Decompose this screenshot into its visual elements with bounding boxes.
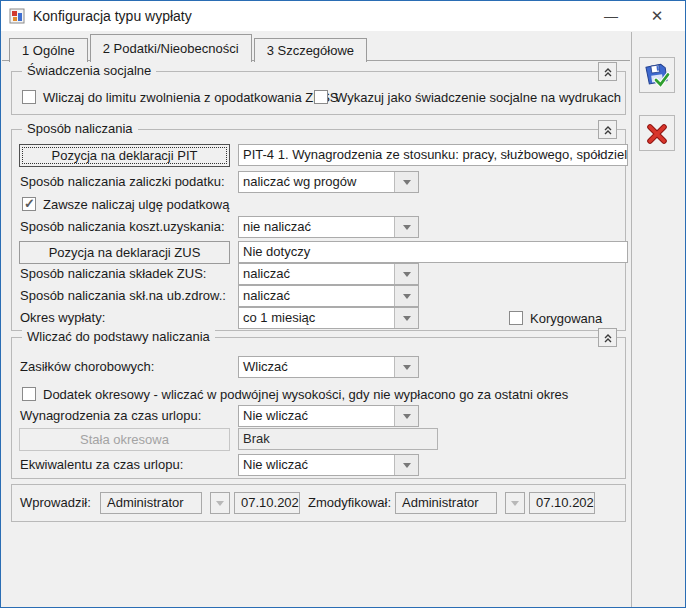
checkbox-label: Korygowana: [530, 311, 602, 326]
pozycja-zus-value[interactable]: Nie dotyczy: [238, 241, 628, 263]
close-button[interactable]: ✕: [637, 1, 677, 30]
dropdown-arrow-icon: [403, 316, 411, 321]
zmodyfikowal-label: Zmodyfikował:: [308, 492, 391, 514]
checkbox-box[interactable]: [509, 311, 523, 325]
tab-podatki-nieobecnosci[interactable]: 2 Podatki/Nieobecności: [90, 34, 252, 62]
dialog-window: Konfiguracja typu wypłaty — ✕ 1 Ogólne 2…: [0, 0, 686, 608]
combo-dropdown-button[interactable]: [394, 357, 418, 377]
group-swiadczenia-socjalne: Świadczenia socjalne Wliczaj do limitu z…: [11, 71, 626, 115]
checkbox-label: Wliczaj do limitu zwolnienia z opodatkow…: [43, 90, 339, 105]
collapse-button[interactable]: [598, 328, 617, 347]
checkbox-label: Wykazuj jako świadczenie socjalne na wyd…: [335, 90, 621, 105]
group-title: Sposób naliczania: [22, 121, 138, 136]
koszt-combobox[interactable]: nie naliczać: [238, 216, 419, 238]
dropdown-arrow-icon: [511, 501, 519, 506]
checkbox-box[interactable]: [22, 387, 36, 401]
skladki-combobox[interactable]: naliczać: [238, 263, 419, 285]
wprowadzil-label: Wprowadził:: [20, 492, 91, 514]
wprowadzil-date-field: 07.10.2021: [234, 492, 300, 514]
checkbox-korygowana[interactable]: Korygowana: [509, 310, 602, 326]
titlebar: Konfiguracja typu wypłaty — ✕: [1, 1, 685, 31]
zasilki-combobox[interactable]: Wliczać: [238, 356, 419, 378]
group-sposob-naliczania: Sposób naliczania Pozycja na deklaracji …: [11, 129, 626, 331]
pozycja-pit-value[interactable]: PIT-4 1. Wynagrodzenia ze stosunku: prac…: [238, 144, 628, 166]
dropdown-arrow-icon: [403, 463, 411, 468]
skladki-label: Sposób naliczania składek ZUS:: [20, 263, 206, 285]
collapse-button[interactable]: [598, 62, 617, 81]
cancel-button[interactable]: [639, 115, 675, 151]
zmodyfikowal-date-field: 07.10.2021: [529, 492, 595, 514]
dropdown-arrow-icon: [403, 272, 411, 277]
combo-dropdown-button[interactable]: [394, 172, 418, 192]
ekwiwalent-combobox[interactable]: Nie wliczać: [238, 454, 419, 476]
zasilki-label: Zasiłków chorobowych:: [20, 356, 154, 378]
dropdown-arrow-icon: [403, 180, 411, 185]
audit-panel: Wprowadził: Administrator 07.10.2021 Zmo…: [11, 484, 626, 522]
stala-okresowa-button: Stała okresowa: [19, 428, 230, 451]
checkbox-ulga[interactable]: Zawsze naliczaj ulgę podatkową: [22, 196, 229, 212]
zmodyfikowal-dropdown-button[interactable]: [505, 492, 525, 514]
checkbox-box[interactable]: [22, 197, 36, 211]
group-title: Świadczenia socjalne: [22, 63, 156, 78]
combo-dropdown-button[interactable]: [394, 217, 418, 237]
koszt-label: Sposób naliczania koszt.uzyskania:: [20, 216, 225, 238]
combo-dropdown-button[interactable]: [394, 286, 418, 306]
chevrons-up-icon: [602, 66, 614, 78]
dropdown-arrow-icon: [403, 225, 411, 230]
checkbox-box[interactable]: [22, 90, 36, 104]
wynagrodzenia-combobox[interactable]: Nie wliczać: [238, 405, 419, 427]
chevrons-up-icon: [602, 332, 614, 344]
toolbar-separator: [631, 32, 632, 607]
checkbox-wydruki[interactable]: Wykazuj jako świadczenie socjalne na wyd…: [314, 89, 621, 105]
save-floppy-icon: [643, 61, 671, 89]
cancel-x-icon: [644, 120, 670, 146]
chevrons-up-icon: [602, 124, 614, 136]
ekwiwalent-label: Ekwiwalentu za czas urlopu:: [20, 454, 183, 476]
zdrow-label: Sposób naliczania skł.na ub.zdrow.:: [20, 285, 226, 307]
zmodyfikowal-user-field: Administrator: [395, 492, 497, 514]
stala-okresowa-value: Brak: [238, 428, 438, 450]
zaliczka-label: Sposób naliczania zaliczki podatku:: [20, 171, 225, 193]
dropdown-arrow-icon: [403, 365, 411, 370]
dropdown-arrow-icon: [216, 501, 224, 506]
save-button[interactable]: [639, 57, 675, 93]
tab-strip: 1 Ogólne 2 Podatki/Nieobecności 3 Szczeg…: [9, 34, 369, 62]
tab-ogolne[interactable]: 1 Ogólne: [9, 38, 88, 62]
window-title: Konfiguracja typu wypłaty: [33, 8, 192, 24]
okres-label: Okres wypłaty:: [20, 307, 105, 329]
wprowadzil-user-field: Administrator: [100, 492, 202, 514]
tab-szczegolowe[interactable]: 3 Szczegółowe: [254, 38, 367, 62]
group-wliczac-do-podstawy: Wliczać do podstawy naliczania Zasiłków …: [11, 337, 626, 479]
wynagrodzenia-label: Wynagrodzenia za czas urlopu:: [20, 405, 201, 427]
combo-dropdown-button[interactable]: [394, 455, 418, 475]
checkbox-label: Zawsze naliczaj ulgę podatkową: [43, 197, 229, 212]
checkbox-zfss[interactable]: Wliczaj do limitu zwolnienia z opodatkow…: [22, 89, 339, 105]
combo-dropdown-button[interactable]: [394, 264, 418, 284]
zaliczka-combobox[interactable]: naliczać wg progów: [238, 171, 419, 193]
dropdown-arrow-icon: [403, 294, 411, 299]
combo-dropdown-button[interactable]: [394, 406, 418, 426]
checkbox-dodatek-okresowy[interactable]: Dodatek okresowy - wliczać w podwójnej w…: [22, 386, 568, 402]
zdrow-combobox[interactable]: naliczać: [238, 285, 419, 307]
form-icon: [9, 8, 25, 24]
minimize-button[interactable]: —: [591, 1, 631, 30]
group-title: Wliczać do podstawy naliczania: [22, 329, 215, 344]
checkbox-box[interactable]: [314, 90, 328, 104]
pozycja-zus-button[interactable]: Pozycja na deklaracji ZUS: [19, 241, 230, 264]
wprowadzil-dropdown-button[interactable]: [210, 492, 230, 514]
collapse-button[interactable]: [598, 120, 617, 139]
combo-dropdown-button[interactable]: [394, 308, 418, 328]
checkbox-label: Dodatek okresowy - wliczać w podwójnej w…: [43, 387, 568, 402]
okres-combobox[interactable]: co 1 miesiąc: [238, 307, 419, 329]
pozycja-pit-button[interactable]: Pozycja na deklaracji PIT: [19, 144, 230, 167]
dropdown-arrow-icon: [403, 414, 411, 419]
